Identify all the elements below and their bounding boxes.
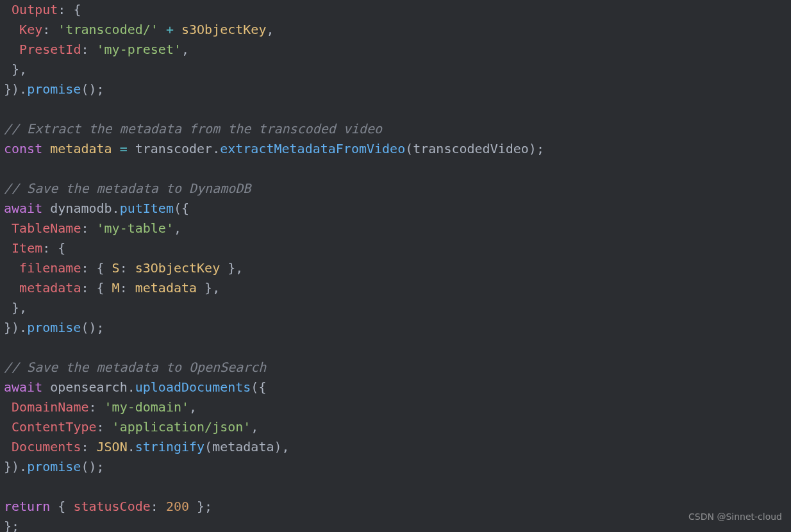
token xyxy=(4,439,12,454)
token xyxy=(4,2,12,17)
token: Key xyxy=(19,22,42,37)
token: Output xyxy=(12,2,58,17)
token: (); xyxy=(81,459,104,474)
token: }; xyxy=(4,519,19,532)
token: M xyxy=(112,280,120,295)
code-line: Key: 'transcoded/' + s3ObjectKey, xyxy=(4,20,791,40)
token: ( xyxy=(405,141,413,156)
token: : { xyxy=(81,280,112,295)
comment-line: // Extract the metadata from the transco… xyxy=(4,119,791,139)
token: }, xyxy=(4,300,27,315)
token: + xyxy=(158,22,181,37)
token: await xyxy=(4,201,42,216)
token: stringify xyxy=(135,439,204,454)
token: statusCode xyxy=(73,499,150,514)
token: }, xyxy=(220,260,243,276)
code-line: Output: { xyxy=(4,0,791,20)
code-line: PresetId: 'my-preset', xyxy=(4,40,791,60)
token: uploadDocuments xyxy=(135,379,251,395)
token xyxy=(4,240,12,256)
token xyxy=(4,220,12,236)
token: await xyxy=(4,379,42,395)
token: 'my-preset' xyxy=(97,42,181,57)
token: s3ObjectKey xyxy=(181,22,266,37)
token: ({ xyxy=(251,379,266,395)
token: : { xyxy=(58,2,81,17)
token: 200 xyxy=(166,499,189,514)
token: promise xyxy=(27,320,81,335)
token: extractMetadataFromVideo xyxy=(220,141,405,156)
code-line: await dynamodb.putItem({ xyxy=(4,199,791,219)
token: const xyxy=(4,141,42,156)
token: }). xyxy=(4,320,27,335)
token: s3ObjectKey xyxy=(135,260,220,276)
token: , xyxy=(266,22,274,37)
code-line: const metadata = transcoder.extractMetad… xyxy=(4,139,791,159)
code-block: await opensearch.uploadDocuments({ Domai… xyxy=(4,378,791,477)
code-line: }).promise(); xyxy=(4,318,791,338)
code-line: TableName: 'my-table', xyxy=(4,219,791,238)
watermark: CSDN @Sinnet-cloud xyxy=(688,507,782,527)
code-block: await dynamodb.putItem({ TableName: 'my-… xyxy=(4,199,791,338)
token: : xyxy=(120,260,135,276)
code-line: }).promise(); xyxy=(4,457,791,477)
token: : xyxy=(81,42,96,57)
token: { xyxy=(50,499,73,514)
token: transcodedVideo xyxy=(413,141,529,156)
token xyxy=(4,22,19,37)
token xyxy=(42,141,50,156)
code-editor: Output: { Key: 'transcoded/' + s3ObjectK… xyxy=(4,0,791,532)
code-line: filename: { S: s3ObjectKey }, xyxy=(4,258,791,278)
token: , xyxy=(251,419,258,435)
token: Documents xyxy=(12,439,81,454)
token: Item xyxy=(12,240,42,256)
token: promise xyxy=(27,81,81,97)
token: : { xyxy=(81,260,112,276)
token xyxy=(4,419,12,435)
token: : xyxy=(81,439,96,454)
token: promise xyxy=(27,459,81,474)
code-line: metadata: { M: metadata }, xyxy=(4,278,791,298)
token: metadata xyxy=(135,280,197,295)
token: . xyxy=(212,141,220,156)
token: : xyxy=(97,419,112,435)
code-line: DomainName: 'my-domain', xyxy=(4,397,791,417)
token: : { xyxy=(42,240,65,256)
token: : xyxy=(151,499,166,514)
token: , xyxy=(181,42,189,57)
token: }, xyxy=(197,280,220,295)
token: = xyxy=(120,141,128,156)
token: metadata xyxy=(212,439,274,454)
code-line: }, xyxy=(4,60,791,79)
token: }; xyxy=(189,499,212,514)
token: putItem xyxy=(120,201,174,216)
code-block: Output: { Key: 'transcoded/' + s3ObjectK… xyxy=(4,0,791,99)
token: dynamodb xyxy=(50,201,112,216)
token: 'my-domain' xyxy=(104,399,189,415)
code-line: ContentType: 'application/json', xyxy=(4,417,791,437)
token: ContentType xyxy=(12,419,96,435)
token: TableName xyxy=(12,220,81,236)
token: ({ xyxy=(174,201,189,216)
token xyxy=(42,201,50,216)
token: ); xyxy=(529,141,544,156)
token: transcoder xyxy=(135,141,212,156)
code-line: return { statusCode: 200 }; xyxy=(4,497,791,517)
token: : xyxy=(88,399,104,415)
token: . xyxy=(112,201,120,216)
token: filename xyxy=(19,260,81,276)
token: : xyxy=(42,22,58,37)
token: 'my-table' xyxy=(97,220,174,236)
token xyxy=(128,141,135,156)
code-line: }; xyxy=(4,517,791,532)
token: (); xyxy=(81,320,104,335)
comment-line: // Save the metadata to OpenSearch xyxy=(4,358,791,378)
code-line: await opensearch.uploadDocuments({ xyxy=(4,378,791,397)
token: PresetId xyxy=(19,42,81,57)
token: : xyxy=(81,220,96,236)
token: S xyxy=(112,260,120,276)
token: }). xyxy=(4,459,27,474)
token: 'application/json' xyxy=(112,419,251,435)
token: . xyxy=(128,379,135,395)
token xyxy=(4,280,19,295)
